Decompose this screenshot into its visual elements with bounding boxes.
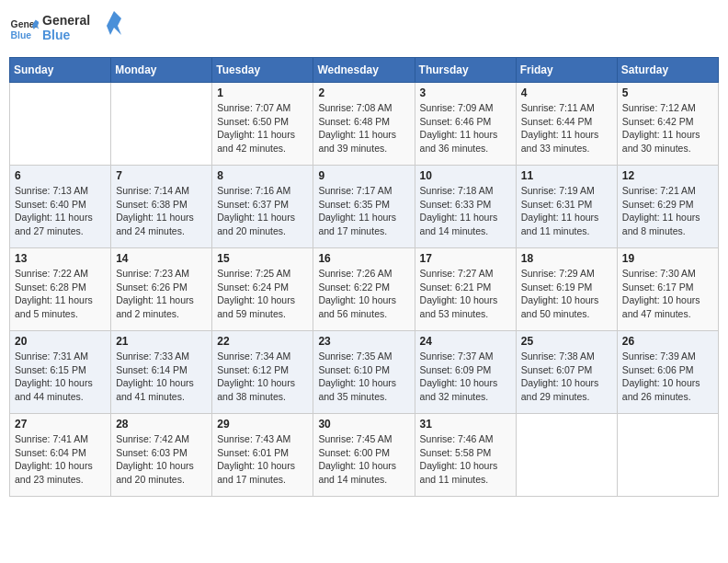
calendar-cell: 24Sunrise: 7:37 AM Sunset: 6:09 PM Dayli… (415, 331, 516, 414)
day-number: 30 (318, 418, 409, 431)
calendar-week-row: 6Sunrise: 7:13 AM Sunset: 6:40 PM Daylig… (10, 166, 719, 248)
calendar-cell: 9Sunrise: 7:17 AM Sunset: 6:35 PM Daylig… (313, 166, 415, 248)
calendar-cell: 12Sunrise: 7:21 AM Sunset: 6:29 PM Dayli… (617, 166, 718, 248)
calendar-cell: 19Sunrise: 7:30 AM Sunset: 6:17 PM Dayli… (617, 248, 718, 331)
day-number: 17 (420, 252, 511, 265)
day-info: Sunrise: 7:45 AM Sunset: 6:00 PM Dayligh… (318, 432, 409, 487)
day-number: 7 (116, 169, 207, 182)
logo-text: General Blue (42, 9, 125, 50)
calendar-week-row: 13Sunrise: 7:22 AM Sunset: 6:28 PM Dayli… (10, 248, 719, 331)
day-number: 18 (521, 252, 612, 265)
day-info: Sunrise: 7:27 AM Sunset: 6:21 PM Dayligh… (420, 267, 511, 321)
calendar-cell: 30Sunrise: 7:45 AM Sunset: 6:00 PM Dayli… (313, 414, 415, 497)
page-header: General Blue General Blue (9, 9, 719, 50)
day-number: 3 (420, 86, 511, 99)
calendar-cell: 17Sunrise: 7:27 AM Sunset: 6:21 PM Dayli… (415, 248, 516, 331)
weekday-header: Sunday (10, 58, 111, 83)
calendar-cell: 22Sunrise: 7:34 AM Sunset: 6:12 PM Dayli… (212, 331, 313, 414)
calendar-cell (111, 83, 212, 166)
day-number: 2 (318, 86, 409, 99)
calendar-cell: 31Sunrise: 7:46 AM Sunset: 5:58 PM Dayli… (415, 414, 516, 497)
day-info: Sunrise: 7:13 AM Sunset: 6:40 PM Dayligh… (15, 184, 106, 238)
day-number: 23 (318, 335, 409, 348)
calendar-cell (10, 83, 111, 166)
day-info: Sunrise: 7:35 AM Sunset: 6:10 PM Dayligh… (318, 350, 409, 404)
day-info: Sunrise: 7:29 AM Sunset: 6:19 PM Dayligh… (521, 267, 612, 321)
day-number: 11 (521, 169, 612, 182)
weekday-header: Wednesday (313, 58, 415, 83)
svg-text:Blue: Blue (42, 28, 71, 42)
day-number: 24 (420, 335, 511, 348)
day-info: Sunrise: 7:08 AM Sunset: 6:48 PM Dayligh… (318, 101, 409, 155)
day-info: Sunrise: 7:22 AM Sunset: 6:28 PM Dayligh… (15, 267, 106, 321)
day-info: Sunrise: 7:07 AM Sunset: 6:50 PM Dayligh… (217, 101, 308, 155)
calendar-cell: 4Sunrise: 7:11 AM Sunset: 6:44 PM Daylig… (516, 83, 617, 166)
calendar-cell: 21Sunrise: 7:33 AM Sunset: 6:14 PM Dayli… (111, 331, 212, 414)
day-info: Sunrise: 7:31 AM Sunset: 6:15 PM Dayligh… (15, 350, 106, 404)
day-info: Sunrise: 7:33 AM Sunset: 6:14 PM Dayligh… (116, 350, 207, 404)
day-info: Sunrise: 7:19 AM Sunset: 6:31 PM Dayligh… (521, 184, 612, 238)
day-info: Sunrise: 7:30 AM Sunset: 6:17 PM Dayligh… (622, 267, 713, 321)
calendar-cell: 2Sunrise: 7:08 AM Sunset: 6:48 PM Daylig… (313, 83, 415, 166)
day-number: 10 (420, 169, 511, 182)
calendar-cell: 28Sunrise: 7:42 AM Sunset: 6:03 PM Dayli… (111, 414, 212, 497)
day-info: Sunrise: 7:26 AM Sunset: 6:22 PM Dayligh… (318, 267, 409, 321)
day-info: Sunrise: 7:21 AM Sunset: 6:29 PM Dayligh… (622, 184, 713, 238)
calendar-week-row: 1Sunrise: 7:07 AM Sunset: 6:50 PM Daylig… (10, 83, 719, 166)
day-number: 9 (318, 169, 409, 182)
day-number: 6 (15, 169, 106, 182)
weekday-header: Monday (111, 58, 212, 83)
day-info: Sunrise: 7:46 AM Sunset: 5:58 PM Dayligh… (420, 432, 511, 487)
calendar-cell (617, 414, 718, 497)
calendar-cell: 29Sunrise: 7:43 AM Sunset: 6:01 PM Dayli… (212, 414, 313, 497)
day-info: Sunrise: 7:18 AM Sunset: 6:33 PM Dayligh… (420, 184, 511, 238)
weekday-header: Tuesday (212, 58, 313, 83)
calendar-cell: 25Sunrise: 7:38 AM Sunset: 6:07 PM Dayli… (516, 331, 617, 414)
calendar-cell: 5Sunrise: 7:12 AM Sunset: 6:42 PM Daylig… (617, 83, 718, 166)
day-info: Sunrise: 7:34 AM Sunset: 6:12 PM Dayligh… (217, 350, 308, 404)
calendar-cell: 18Sunrise: 7:29 AM Sunset: 6:19 PM Dayli… (516, 248, 617, 331)
calendar-cell: 7Sunrise: 7:14 AM Sunset: 6:38 PM Daylig… (111, 166, 212, 248)
day-info: Sunrise: 7:37 AM Sunset: 6:09 PM Dayligh… (420, 350, 511, 404)
svg-text:Blue: Blue (11, 30, 32, 40)
day-info: Sunrise: 7:14 AM Sunset: 6:38 PM Dayligh… (116, 184, 207, 238)
day-info: Sunrise: 7:41 AM Sunset: 6:04 PM Dayligh… (15, 432, 106, 487)
day-number: 4 (521, 86, 612, 99)
day-number: 14 (116, 252, 207, 265)
day-info: Sunrise: 7:25 AM Sunset: 6:24 PM Dayligh… (217, 267, 308, 321)
day-info: Sunrise: 7:12 AM Sunset: 6:42 PM Dayligh… (622, 101, 713, 155)
calendar-week-row: 20Sunrise: 7:31 AM Sunset: 6:15 PM Dayli… (10, 331, 719, 414)
day-number: 5 (622, 86, 713, 99)
day-number: 8 (217, 169, 308, 182)
weekday-header: Saturday (617, 58, 718, 83)
day-number: 1 (217, 86, 308, 99)
day-number: 13 (15, 252, 106, 265)
day-info: Sunrise: 7:17 AM Sunset: 6:35 PM Dayligh… (318, 184, 409, 238)
svg-marker-5 (107, 11, 121, 35)
calendar-cell: 23Sunrise: 7:35 AM Sunset: 6:10 PM Dayli… (313, 331, 415, 414)
logo: General Blue General Blue (9, 9, 125, 50)
day-number: 22 (217, 335, 308, 348)
day-number: 27 (15, 418, 106, 431)
calendar-cell: 13Sunrise: 7:22 AM Sunset: 6:28 PM Dayli… (10, 248, 111, 331)
day-info: Sunrise: 7:16 AM Sunset: 6:37 PM Dayligh… (217, 184, 308, 238)
day-number: 16 (318, 252, 409, 265)
calendar-cell: 15Sunrise: 7:25 AM Sunset: 6:24 PM Dayli… (212, 248, 313, 331)
day-info: Sunrise: 7:43 AM Sunset: 6:01 PM Dayligh… (217, 432, 308, 487)
day-number: 19 (622, 252, 713, 265)
calendar-cell: 8Sunrise: 7:16 AM Sunset: 6:37 PM Daylig… (212, 166, 313, 248)
calendar-cell: 16Sunrise: 7:26 AM Sunset: 6:22 PM Dayli… (313, 248, 415, 331)
calendar-week-row: 27Sunrise: 7:41 AM Sunset: 6:04 PM Dayli… (10, 414, 719, 497)
day-info: Sunrise: 7:38 AM Sunset: 6:07 PM Dayligh… (521, 350, 612, 404)
day-number: 15 (217, 252, 308, 265)
day-number: 28 (116, 418, 207, 431)
day-info: Sunrise: 7:42 AM Sunset: 6:03 PM Dayligh… (116, 432, 207, 487)
calendar-cell: 10Sunrise: 7:18 AM Sunset: 6:33 PM Dayli… (415, 166, 516, 248)
calendar-header-row: SundayMondayTuesdayWednesdayThursdayFrid… (10, 58, 719, 83)
day-info: Sunrise: 7:09 AM Sunset: 6:46 PM Dayligh… (420, 101, 511, 155)
day-info: Sunrise: 7:39 AM Sunset: 6:06 PM Dayligh… (622, 350, 713, 404)
svg-text:General: General (42, 13, 90, 28)
weekday-header: Friday (516, 58, 617, 83)
day-info: Sunrise: 7:11 AM Sunset: 6:44 PM Dayligh… (521, 101, 612, 155)
calendar-cell: 27Sunrise: 7:41 AM Sunset: 6:04 PM Dayli… (10, 414, 111, 497)
